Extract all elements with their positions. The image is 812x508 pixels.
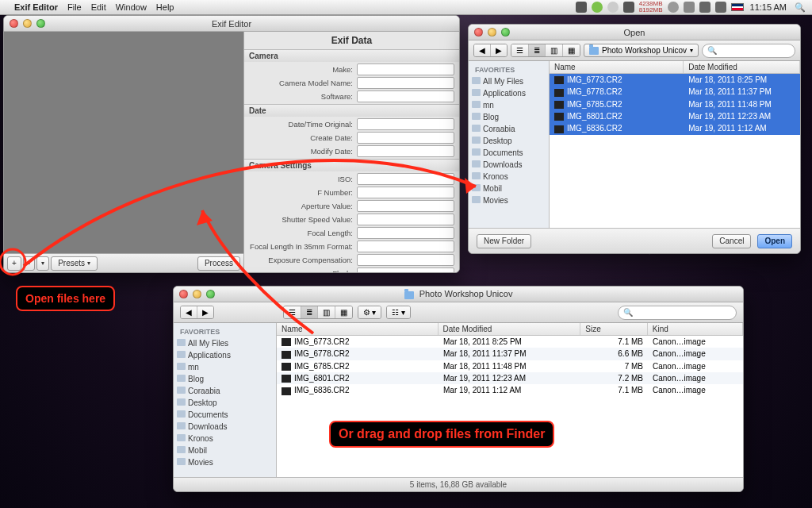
icon-view-button[interactable]: ☰ <box>511 44 529 56</box>
file-row[interactable]: IMG_6773.CR2Mar 18, 2011 8:25 PM <box>550 74 800 86</box>
flag-icon[interactable] <box>731 3 744 11</box>
options-dropdown[interactable]: ▾ <box>36 256 49 271</box>
sidebar-item[interactable]: All My Files <box>174 337 276 349</box>
path-selector[interactable]: Photo Workshop Unicov ▾ <box>584 44 699 57</box>
input-fnumber[interactable] <box>357 187 454 198</box>
sidebar-item[interactable]: Desktop <box>174 397 276 409</box>
sidebar-item[interactable]: Documents <box>174 409 276 421</box>
input-make[interactable] <box>357 64 454 75</box>
zoom-icon[interactable] <box>36 19 45 28</box>
file-row[interactable]: IMG_6778.CR2Mar 18, 2011 11:37 PM <box>550 86 800 98</box>
sidebar-item[interactable]: mn <box>174 361 276 373</box>
menu-edit[interactable]: Edit <box>91 2 106 12</box>
back-button[interactable]: ◀ <box>474 44 491 56</box>
list-view-button[interactable]: ≣ <box>529 44 546 56</box>
file-row[interactable]: IMG_6801.CR2Mar 19, 2011 12:23 AM7.2 MBC… <box>277 372 743 384</box>
menu-file[interactable]: File <box>67 2 82 12</box>
col-kind[interactable]: Kind <box>648 323 743 335</box>
add-button[interactable]: + <box>7 256 21 271</box>
volume-icon[interactable] <box>715 2 726 13</box>
sidebar-item[interactable]: Desktop <box>469 135 549 147</box>
col-name[interactable]: Name <box>550 61 684 73</box>
col-size[interactable]: Size <box>580 323 647 335</box>
input-modify-date[interactable] <box>357 145 454 157</box>
exif-drop-canvas[interactable] <box>4 32 243 253</box>
input-aperture[interactable] <box>357 200 454 212</box>
bluetooth-icon[interactable] <box>684 2 695 13</box>
input-exposure[interactable] <box>357 254 454 266</box>
minimize-icon[interactable] <box>193 290 201 298</box>
input-iso[interactable] <box>357 173 454 185</box>
back-button[interactable]: ◀ <box>181 306 197 318</box>
icon-view-button[interactable]: ☰ <box>284 306 301 318</box>
col-date[interactable]: Date Modified <box>439 323 581 335</box>
sidebar-item[interactable]: Applications <box>469 87 549 99</box>
list-view-button[interactable]: ≣ <box>301 306 318 318</box>
forward-button[interactable]: ▶ <box>197 306 213 318</box>
menubar-clock[interactable]: 11:15 AM <box>750 2 787 12</box>
minimize-icon[interactable] <box>23 19 32 28</box>
search-input[interactable]: 🔍 <box>702 44 795 58</box>
sidebar-item[interactable]: Kronos <box>469 171 549 183</box>
file-row[interactable]: IMG_6836.CR2Mar 19, 2011 1:12 AM7.1 MBCa… <box>277 384 743 396</box>
sidebar-item[interactable]: Coraabia <box>174 385 276 397</box>
file-row[interactable]: IMG_6785.CR2Mar 18, 2011 11:48 PM <box>550 98 800 110</box>
input-date-original[interactable] <box>357 118 454 130</box>
input-model[interactable] <box>357 77 454 89</box>
zoom-icon[interactable] <box>206 290 215 298</box>
menu-help[interactable]: Help <box>156 2 174 12</box>
user-icon[interactable] <box>668 2 679 13</box>
process-button[interactable]: Process <box>197 256 240 271</box>
status-icon[interactable] <box>576 2 587 13</box>
presets-dropdown[interactable]: Presets ▾ <box>51 256 98 271</box>
file-row[interactable]: IMG_6778.CR2Mar 18, 2011 11:37 PM6.6 MBC… <box>277 348 743 360</box>
input-focal[interactable] <box>357 227 454 239</box>
file-row[interactable]: IMG_6785.CR2Mar 18, 2011 11:48 PM7 MBCan… <box>277 360 743 372</box>
sidebar-item[interactable]: All My Files <box>469 75 549 87</box>
sidebar-item[interactable]: Coraabia <box>469 123 549 135</box>
close-icon[interactable] <box>474 28 483 37</box>
sidebar-item[interactable]: Blog <box>174 373 276 385</box>
file-row[interactable]: IMG_6801.CR2Mar 19, 2011 12:23 AM <box>550 110 800 122</box>
col-name[interactable]: Name <box>277 323 439 335</box>
status-icon[interactable] <box>623 2 634 13</box>
sidebar-item[interactable]: Mobil <box>174 444 276 456</box>
sidebar-item[interactable]: Mobil <box>469 183 549 194</box>
column-view-button[interactable]: ▥ <box>546 44 563 56</box>
sidebar-item[interactable]: Movies <box>174 456 276 468</box>
zoom-icon[interactable] <box>501 28 510 37</box>
search-input[interactable]: 🔍 <box>618 306 737 320</box>
menu-window[interactable]: Window <box>116 2 147 12</box>
input-flash[interactable] <box>357 267 454 272</box>
minimize-icon[interactable] <box>488 28 496 37</box>
wifi-icon[interactable] <box>699 2 710 13</box>
sidebar-item[interactable]: mn <box>469 99 549 111</box>
arrange-menu-button[interactable]: ☷ ▾ <box>387 306 410 318</box>
status-icon[interactable] <box>592 2 603 13</box>
remove-button[interactable]: - <box>23 256 35 271</box>
col-date[interactable]: Date Modified <box>684 61 800 73</box>
exif-titlebar[interactable]: Exif Editor <box>4 16 459 32</box>
cancel-button[interactable]: Cancel <box>712 234 751 248</box>
coverflow-view-button[interactable]: ▦ <box>563 44 580 56</box>
input-software[interactable] <box>357 90 454 102</box>
input-create-date[interactable] <box>357 132 454 144</box>
open-button[interactable]: Open <box>757 234 792 248</box>
input-shutter[interactable] <box>357 214 454 225</box>
open-dialog-titlebar[interactable]: Open <box>469 25 800 40</box>
action-menu-button[interactable]: ⚙ ▾ <box>358 306 381 318</box>
sidebar-item[interactable]: Kronos <box>174 433 276 444</box>
status-icon[interactable] <box>607 2 619 13</box>
sidebar-item[interactable]: Downloads <box>469 159 549 171</box>
sidebar-item[interactable]: Movies <box>469 194 549 206</box>
file-row[interactable]: IMG_6836.CR2Mar 19, 2011 1:12 AM <box>550 122 800 134</box>
close-icon[interactable] <box>10 19 18 28</box>
sidebar-item[interactable]: Downloads <box>174 421 276 433</box>
spotlight-icon[interactable]: 🔍 <box>795 2 806 13</box>
sidebar-item[interactable]: Applications <box>174 349 276 361</box>
sidebar-item[interactable]: Blog <box>469 111 549 123</box>
finder-titlebar[interactable]: Photo Workshop Unicov <box>174 287 743 302</box>
close-icon[interactable] <box>179 290 188 298</box>
coverflow-view-button[interactable]: ▦ <box>335 306 352 318</box>
sidebar-item[interactable]: Documents <box>469 147 549 159</box>
